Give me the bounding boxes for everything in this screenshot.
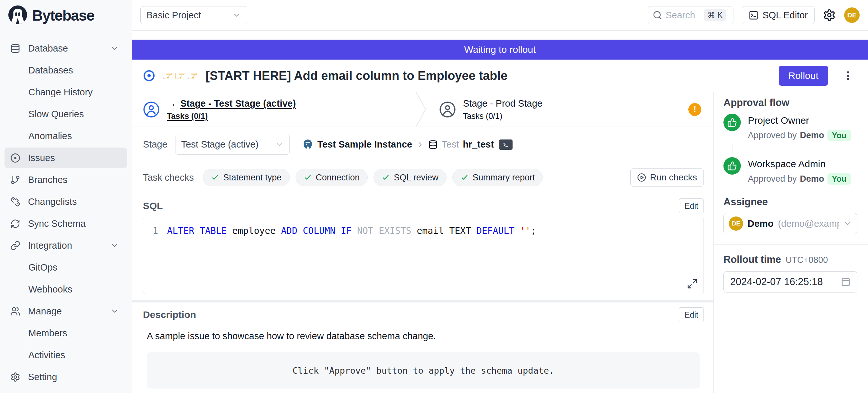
assignee-person-icon <box>439 101 456 118</box>
project-selector-value: Basic Project <box>147 10 201 21</box>
chevron-right-icon <box>416 141 424 149</box>
chevron-down-icon <box>111 241 119 250</box>
approver-name: Demo <box>800 130 824 141</box>
check-connection[interactable]: Connection <box>296 169 368 186</box>
issue-detail-column: → Stage - Test Stage (active) Tasks (0/1… <box>132 92 713 393</box>
sidebar-item-label: Activities <box>28 350 65 360</box>
gear-icon <box>10 372 20 382</box>
line-number: 1 <box>143 225 167 236</box>
sidebar-item-slow-queries[interactable]: Slow Queries <box>4 104 127 124</box>
app-window: Bytebase Database Databases Change Histo… <box>0 0 868 393</box>
instance-name[interactable]: Test Sample Instance <box>317 139 412 150</box>
more-options-icon[interactable] <box>842 70 854 82</box>
settings-gear-icon[interactable] <box>823 9 836 22</box>
sidebar-nav: Database Databases Change History Slow Q… <box>0 31 132 388</box>
chevron-down-icon <box>111 44 119 53</box>
check-summary-report[interactable]: Summary report <box>452 169 543 186</box>
rollout-time-input[interactable]: 2024-02-07 16:25:18 <box>723 271 857 293</box>
sidebar-item-label: Members <box>28 328 67 338</box>
sql-code-editor[interactable]: 1 ALTER TABLE employee ADD COLUMN IF NOT… <box>143 217 704 294</box>
approval-step-project-owner: Project Owner Approved by Demo You <box>723 114 868 141</box>
open-in-sql-editor-icon[interactable] <box>499 140 513 150</box>
sql-code-line: 1 ALTER TABLE employee ADD COLUMN IF NOT… <box>143 225 704 236</box>
issue-sidebar: Approval flow Project Owner Approved by … <box>713 92 868 393</box>
description-edit-button[interactable]: Edit <box>679 307 704 322</box>
rollout-button[interactable]: Rollout <box>779 66 828 86</box>
status-banner: Waiting to rollout <box>132 40 868 60</box>
stage-prod[interactable]: Stage - Prod Stage Tasks (0/1) ! <box>426 92 713 127</box>
sidebar-item-anomalies[interactable]: Anomalies <box>4 126 127 146</box>
stage-strip: → Stage - Test Stage (active) Tasks (0/1… <box>132 92 713 127</box>
sidebar-item-activities[interactable]: Activities <box>4 345 127 365</box>
check-sql-review[interactable]: SQL review <box>373 169 446 186</box>
approval-status-text: Approved by <box>748 174 797 184</box>
stage-test[interactable]: → Stage - Test Stage (active) Tasks (0/1… <box>132 92 415 127</box>
spacer <box>132 31 868 40</box>
sidebar-item-sync-schema[interactable]: Sync Schema <box>4 213 127 234</box>
search-box[interactable]: ⌘ K <box>648 6 734 24</box>
check-label: SQL review <box>394 173 438 183</box>
sidebar-item-label: Anomalies <box>28 131 72 142</box>
description-text: A sample issue to showcase how to review… <box>147 331 704 341</box>
assignee-email: (demo@example <box>778 218 839 229</box>
sidebar-item-label: Slow Queries <box>28 109 84 120</box>
sidebar-item-label: Sync Schema <box>28 218 86 229</box>
sidebar-item-label: Branches <box>28 175 68 185</box>
stage-name[interactable]: Stage - Test Stage (active) <box>180 98 296 109</box>
sidebar-item-change-history[interactable]: Change History <box>4 82 127 102</box>
expand-editor-icon[interactable] <box>687 278 698 289</box>
sidebar-item-integration[interactable]: Integration <box>4 235 127 256</box>
sidebar-item-label: Change History <box>28 87 93 98</box>
sidebar-item-manage[interactable]: Manage <box>4 301 127 322</box>
sql-edit-button[interactable]: Edit <box>679 199 704 213</box>
database-breadcrumb: Test Sample Instance Test hr_test <box>302 139 513 150</box>
sidebar-item-label: Manage <box>28 306 62 316</box>
sidebar-item-issues[interactable]: Issues <box>4 148 127 168</box>
sidebar-item-members[interactable]: Members <box>4 323 127 343</box>
calendar-icon[interactable] <box>841 277 850 287</box>
database-name[interactable]: hr_test <box>463 139 494 150</box>
issue-title: [START HERE] Add email column to Employe… <box>206 69 507 83</box>
stage-name[interactable]: Stage - Prod Stage <box>463 98 542 109</box>
sidebar-item-label: Databases <box>28 65 73 76</box>
sidebar-item-databases[interactable]: Databases <box>4 60 127 81</box>
stage-select-value: Test Stage (active) <box>181 139 258 150</box>
issue-open-icon <box>143 69 155 82</box>
check-label: Statement type <box>223 173 282 183</box>
user-avatar[interactable]: DE <box>844 7 860 23</box>
assignee-heading: Assignee <box>723 196 868 208</box>
search-input[interactable] <box>665 10 701 21</box>
check-label: Connection <box>316 173 360 183</box>
check-statement-type[interactable]: Statement type <box>203 169 290 186</box>
bytebase-logo[interactable]: Bytebase <box>0 0 132 31</box>
chevron-down-icon <box>275 141 284 149</box>
project-selector[interactable]: Basic Project <box>141 6 247 24</box>
approval-role: Project Owner <box>748 115 851 126</box>
rollout-timezone: UTC+0800 <box>785 255 828 265</box>
sidebar-item-label: Database <box>28 43 68 54</box>
postgresql-icon <box>302 139 314 150</box>
sql-section: SQL Edit 1 ALTER TABLE employee ADD COLU… <box>132 193 713 300</box>
sql-editor-button[interactable]: SQL Editor <box>742 6 814 24</box>
chevron-down-icon <box>111 307 119 315</box>
sidebar-item-database[interactable]: Database <box>4 38 127 59</box>
sidebar-item-changelists[interactable]: Changelists <box>4 191 127 212</box>
description-code-block: Click "Approve" button to apply the sche… <box>147 353 700 389</box>
assignee-select[interactable]: DE Demo (demo@example <box>723 213 857 234</box>
check-pill-list: Statement type Connection SQL review <box>203 169 543 186</box>
stage-select[interactable]: Test Stage (active) <box>175 134 290 155</box>
stage-tasks[interactable]: Tasks (0/1) <box>167 112 296 121</box>
sidebar-item-webhooks[interactable]: Webhooks <box>4 279 127 300</box>
play-circle-icon <box>637 173 646 182</box>
stage-tasks[interactable]: Tasks (0/1) <box>463 112 542 121</box>
check-icon <box>304 173 312 182</box>
stage-label: Stage <box>143 139 167 150</box>
sidebar-item-gitops[interactable]: GitOps <box>4 257 127 278</box>
sidebar-item-branches[interactable]: Branches <box>4 170 127 190</box>
current-stage-arrow: → <box>167 98 177 109</box>
sidebar-item-setting[interactable]: Setting <box>4 367 127 387</box>
sidebar-item-label: Webhooks <box>28 284 72 295</box>
sql-heading: SQL <box>143 200 163 211</box>
run-checks-button[interactable]: Run checks <box>630 169 704 186</box>
sidebar-item-label: Integration <box>28 240 72 251</box>
